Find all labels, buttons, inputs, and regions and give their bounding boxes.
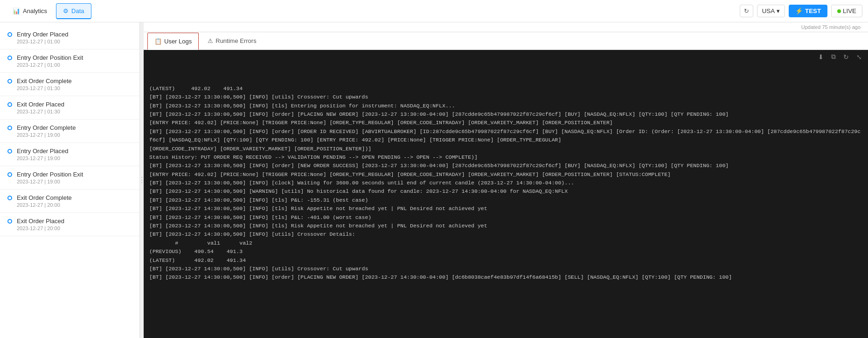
lightning-icon: ⚡	[795, 7, 803, 14]
updated-bar: Updated 75 minute(s) ago	[144, 22, 868, 32]
test-button[interactable]: ⚡ TEST	[789, 5, 827, 17]
timeline-dot	[7, 196, 12, 200]
log-line: [BT] [2023-12-27 13:30:00,500] [INFO] [c…	[149, 179, 862, 187]
analytics-tab-label: Analytics	[23, 7, 47, 14]
sidebar-item-date: 2023-12-27 | 20:00	[17, 225, 132, 231]
sidebar-item[interactable]: Exit Order Placed 2023-12-27 | 20:00	[0, 213, 139, 236]
sidebar-timeline: Entry Order Placed 2023-12-27 | 01:00 En…	[0, 22, 140, 338]
sidebar-item-content: Entry Order Complete 2023-12-27 | 19:00	[17, 124, 132, 138]
nav-controls-right: ↻ USA ▾ ⚡ TEST LIVE	[740, 5, 862, 17]
sidebar-item-title: Entry Order Complete	[17, 124, 132, 131]
data-tab-label: Data	[71, 7, 84, 14]
country-selector[interactable]: USA ▾	[757, 5, 785, 17]
user-logs-label: User Logs	[164, 38, 192, 45]
log-line: # val1 val2	[149, 239, 862, 247]
log-line: [BT] [2023-12-27 14:30:00,500] [INFO] [u…	[149, 230, 862, 239]
sidebar-item-date: 2023-12-27 | 19:00	[17, 179, 132, 184]
log-line: [ENTRY PRICE: 492.02] [PRICE:None] [TRIG…	[149, 170, 862, 179]
log-content-area[interactable]: (LATEST) 492.02 491.34[BT] [2023-12-27 1…	[144, 63, 868, 338]
sidebar-item[interactable]: Entry Order Position Exit 2023-12-27 | 0…	[0, 49, 139, 73]
log-line: [BT] [2023-12-27 14:30:00,500] [INFO] [o…	[149, 273, 862, 282]
log-line: [BT] [2023-12-27 13:30:00,500] [INFO] [u…	[149, 93, 862, 101]
nav-tabs-left: 📊 Analytics ⚙ Data	[6, 3, 91, 19]
sidebar-item[interactable]: Entry Order Placed 2023-12-27 | 01:00	[0, 26, 139, 49]
sidebar-item-date: 2023-12-27 | 19:00	[17, 155, 132, 161]
right-panel: Updated 75 minute(s) ago 📋 User Logs ⚠ R…	[144, 22, 868, 338]
chart-icon: 📊	[13, 7, 20, 14]
main-content: Entry Order Placed 2023-12-27 | 01:00 En…	[0, 22, 868, 338]
log-line: [BT] [2023-12-27 13:30:00,500] [INFO] [o…	[149, 162, 862, 170]
log-line: [BT] [2023-12-27 14:30:00,500] [INFO] [t…	[149, 196, 862, 204]
live-indicator-dot	[837, 9, 841, 13]
updated-text: Updated 75 minute(s) ago	[801, 24, 861, 30]
timeline-dot	[7, 102, 12, 107]
sidebar-item-title: Exit Order Placed	[17, 218, 132, 225]
sidebar-item[interactable]: Entry Order Placed 2023-12-27 | 19:00	[0, 143, 139, 166]
expand-log-button[interactable]: ⤡	[854, 52, 864, 62]
log-line: [BT] [2023-12-27 14:30:00,500] [WARNING]…	[149, 187, 862, 196]
copy-log-button[interactable]: ⧉	[829, 52, 838, 62]
runtime-errors-label: Runtime Errors	[215, 37, 256, 44]
live-button[interactable]: LIVE	[831, 5, 862, 17]
timeline-dot	[7, 126, 12, 130]
resize-handle[interactable]: ⋮	[140, 22, 144, 338]
sidebar-item-content: Exit Order Placed 2023-12-27 | 01:30	[17, 101, 132, 114]
log-line: [BT] [2023-12-27 14:30:00,500] [INFO] [t…	[149, 213, 862, 222]
log-line: Status History: PUT ORDER REQ RECEIVED -…	[149, 153, 862, 162]
sidebar-item-content: Exit Order Placed 2023-12-27 | 20:00	[17, 218, 132, 231]
sidebar-item-date: 2023-12-27 | 01:00	[17, 62, 132, 68]
tab-user-logs[interactable]: 📋 User Logs	[147, 33, 199, 50]
sidebar-item-date: 2023-12-27 | 01:30	[17, 109, 132, 114]
tab-data[interactable]: ⚙ Data	[56, 3, 91, 19]
timeline-dot	[7, 172, 12, 177]
data-icon: ⚙	[63, 7, 69, 14]
log-toolbar: ⬇ ⧉ ↻ ⤡	[144, 50, 868, 63]
log-line: [BT] [2023-12-27 14:30:00,500] [INFO] [u…	[149, 265, 862, 273]
log-line: [BT] [2023-12-27 13:30:00,500] [INFO] [o…	[149, 127, 862, 145]
log-line: (PREVIOUS) 490.54 491.3	[149, 247, 862, 256]
sidebar-item[interactable]: Entry Order Position Exit 2023-12-27 | 1…	[0, 166, 139, 190]
sidebar-item[interactable]: Exit Order Complete 2023-12-27 | 01:30	[0, 73, 139, 96]
log-line: [ENTRY PRICE: 492.02] [PRICE:None] [TRIG…	[149, 119, 862, 127]
timeline-dot	[7, 219, 12, 224]
log-line: (LATEST) 492.02 491.34	[149, 84, 862, 93]
live-label: LIVE	[843, 7, 856, 14]
sidebar-item-date: 2023-12-27 | 01:00	[17, 39, 132, 44]
sidebar-item-content: Entry Order Position Exit 2023-12-27 | 1…	[17, 171, 132, 184]
refresh-button[interactable]: ↻	[740, 5, 753, 17]
log-line: [BT] [2023-12-27 13:30:00,500] [INFO] [o…	[149, 110, 862, 119]
sidebar-item-date: 2023-12-27 | 19:00	[17, 132, 132, 138]
sidebar-item[interactable]: Entry Order Complete 2023-12-27 | 19:00	[0, 120, 139, 143]
panel-tabs-row: 📋 User Logs ⚠ Runtime Errors	[144, 32, 868, 50]
sidebar-item-content: Exit Order Complete 2023-12-27 | 20:00	[17, 194, 132, 208]
sidebar-item-date: 2023-12-27 | 01:30	[17, 85, 132, 91]
sidebar-item-title: Entry Order Placed	[17, 148, 132, 155]
sidebar-item-content: Entry Order Placed 2023-12-27 | 01:00	[17, 31, 132, 44]
sidebar-item-title: Entry Order Position Exit	[17, 171, 132, 178]
logs-icon: 📋	[154, 38, 162, 45]
log-line: [ORDER_CODE_INTRADAY] [ORDER_VARIETY_MAR…	[149, 145, 862, 153]
log-line: (LATEST) 492.02 491.34	[149, 256, 862, 265]
sidebar-item[interactable]: Exit Order Placed 2023-12-27 | 01:30	[0, 96, 139, 120]
tab-analytics[interactable]: 📊 Analytics	[6, 3, 54, 19]
log-line: [BT] [2023-12-27 14:30:00,500] [INFO] [t…	[149, 204, 862, 213]
refresh-log-button[interactable]: ↻	[841, 52, 851, 62]
tab-runtime-errors[interactable]: ⚠ Runtime Errors	[201, 32, 263, 49]
sidebar-item-content: Entry Order Placed 2023-12-27 | 19:00	[17, 148, 132, 161]
sidebar-item-content: Entry Order Position Exit 2023-12-27 | 0…	[17, 54, 132, 68]
download-log-button[interactable]: ⬇	[816, 52, 826, 62]
panel-tabs-wrapper: 📋 User Logs ⚠ Runtime Errors	[144, 32, 868, 50]
timeline-dot	[7, 56, 12, 60]
warning-icon: ⚠	[208, 37, 213, 44]
timeline-dot	[7, 79, 12, 84]
sidebar-item-content: Exit Order Complete 2023-12-27 | 01:30	[17, 77, 132, 91]
timeline-dot	[7, 149, 12, 154]
log-line: [BT] [2023-12-27 13:30:00,500] [INFO] [t…	[149, 102, 862, 110]
chevron-down-icon: ▾	[777, 7, 780, 14]
sidebar-item-title: Exit Order Placed	[17, 101, 132, 108]
test-label: TEST	[805, 7, 821, 14]
sidebar-item-title: Entry Order Position Exit	[17, 54, 132, 61]
log-line: [BT] [2023-12-27 14:30:00,500] [INFO] [t…	[149, 222, 862, 230]
sidebar-item[interactable]: Exit Order Complete 2023-12-27 | 20:00	[0, 190, 139, 213]
timeline-dot	[7, 32, 12, 37]
